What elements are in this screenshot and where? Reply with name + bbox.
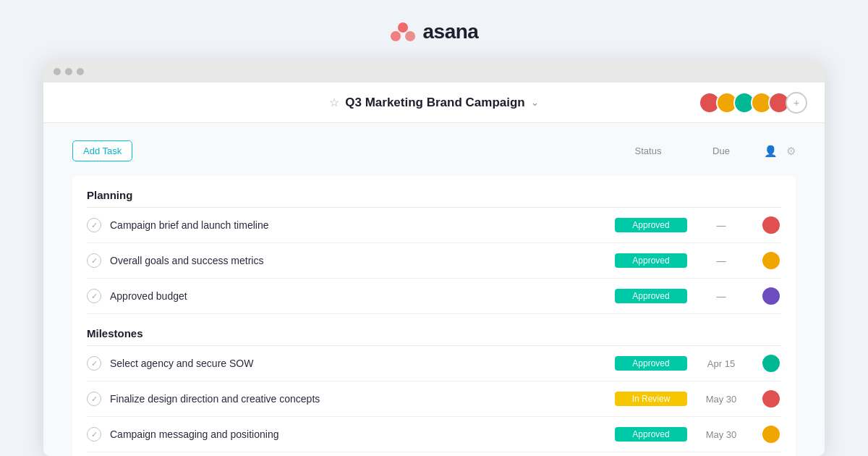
status-badge-5: In Review	[615, 392, 687, 406]
task-name-3: Approved budget	[110, 290, 606, 302]
due-date-4: Apr 15	[696, 358, 746, 369]
browser-dot-green	[77, 68, 84, 75]
table-row[interactable]: ✓ Select agency and secure SOW Approved …	[87, 346, 781, 381]
table-row[interactable]: ✓ Approved budget Approved —	[87, 279, 781, 314]
task-name-2: Overall goals and success metrics	[110, 255, 606, 266]
status-badge-4: Approved	[615, 356, 687, 371]
add-task-button[interactable]: Add Task	[72, 140, 132, 161]
due-date-3: —	[696, 291, 746, 302]
project-dropdown-icon[interactable]: ⌄	[531, 97, 539, 108]
task-name-4: Select agency and secure SOW	[110, 358, 606, 369]
due-date-1: —	[696, 220, 746, 231]
task-list: Planning ✓ Campaign brief and launch tim…	[72, 176, 796, 456]
due-date-5: May 30	[696, 394, 746, 405]
browser-chrome	[43, 61, 825, 83]
task-check-1[interactable]: ✓	[87, 218, 101, 232]
table-row[interactable]: ✓ Overall goals and success metrics Appr…	[87, 243, 781, 279]
asana-logo-icon	[390, 22, 416, 42]
svg-point-1	[391, 31, 401, 41]
task-check-3[interactable]: ✓	[87, 289, 101, 303]
assignee-avatar-1[interactable]	[761, 215, 781, 235]
asana-header: asana	[0, 0, 868, 61]
settings-icon[interactable]: ⚙	[786, 145, 796, 158]
due-date-6: May 30	[696, 429, 746, 440]
assignee-avatar-2[interactable]	[761, 250, 781, 271]
collaborator-avatars: +	[703, 92, 807, 114]
status-column-header: Status	[612, 145, 684, 156]
header-center-container: ☆ Q3 Marketing Brand Campaign ⌄ +	[61, 92, 807, 114]
assignee-avatar-5[interactable]	[761, 389, 781, 409]
task-check-2[interactable]: ✓	[87, 253, 101, 268]
status-badge-6: Approved	[615, 427, 687, 442]
task-toolbar: Add Task Status Due 👤 ⚙	[72, 140, 796, 161]
status-badge-2: Approved	[615, 253, 687, 268]
toolbar-icons: 👤 ⚙	[764, 145, 796, 158]
table-row[interactable]: ✓ Finalize design direction and creative…	[87, 381, 781, 417]
svg-point-2	[405, 31, 415, 41]
asana-logo-text: asana	[423, 20, 479, 43]
favorite-icon[interactable]: ☆	[329, 96, 339, 109]
add-collaborator-button[interactable]: +	[786, 92, 807, 114]
table-row[interactable]: ✓ Media plan In Progress May 30	[87, 452, 781, 456]
section-milestones: Milestones	[87, 314, 781, 346]
status-badge-1: Approved	[615, 218, 687, 232]
task-name-1: Campaign brief and launch timeline	[110, 219, 606, 231]
assignee-avatar-6[interactable]	[761, 424, 781, 444]
browser-window: ☆ Q3 Marketing Brand Campaign ⌄ + Add Ta…	[43, 61, 825, 456]
main-content: Add Task Status Due 👤 ⚙ Planning ✓ Campa…	[43, 123, 825, 456]
browser-dot-red	[54, 68, 61, 75]
task-name-6: Campaign messaging and positioning	[110, 428, 606, 440]
project-header: ☆ Q3 Marketing Brand Campaign ⌄ +	[43, 83, 825, 123]
task-name-5: Finalize design direction and creative c…	[110, 393, 606, 405]
project-title: Q3 Marketing Brand Campaign	[345, 96, 524, 110]
header-title-group: ☆ Q3 Marketing Brand Campaign ⌄	[329, 96, 538, 110]
table-row[interactable]: ✓ Campaign messaging and positioning App…	[87, 417, 781, 452]
svg-point-0	[398, 22, 408, 33]
assignee-avatar-3[interactable]	[761, 286, 781, 306]
table-row[interactable]: ✓ Campaign brief and launch timeline App…	[87, 208, 781, 243]
assignee-avatar-4[interactable]	[761, 353, 781, 373]
due-date-2: —	[696, 256, 746, 266]
assignee-icon[interactable]: 👤	[764, 145, 778, 158]
task-check-4[interactable]: ✓	[87, 356, 101, 371]
due-column-header: Due	[696, 145, 746, 156]
asana-logo: asana	[390, 20, 479, 43]
browser-dot-yellow	[65, 68, 72, 75]
section-planning: Planning	[87, 176, 781, 208]
task-check-5[interactable]: ✓	[87, 392, 101, 406]
task-check-6[interactable]: ✓	[87, 427, 101, 442]
status-badge-3: Approved	[615, 289, 687, 303]
